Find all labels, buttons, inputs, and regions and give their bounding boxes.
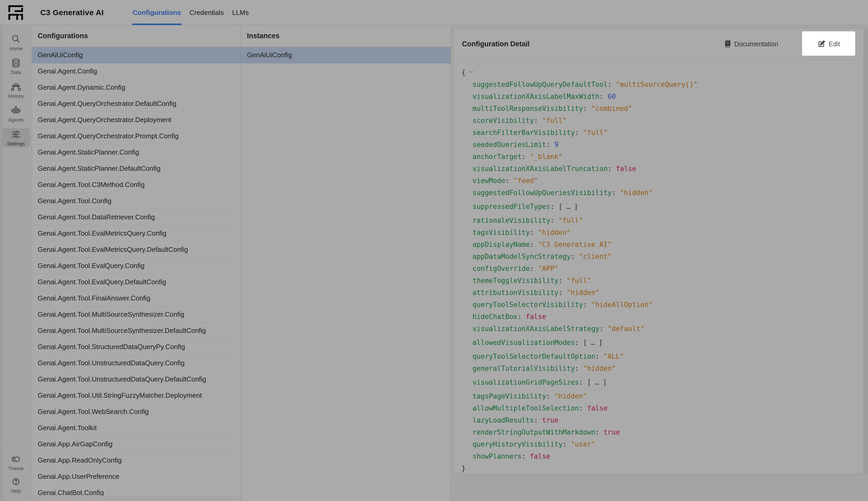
json-key: multiToolResponseVisibility	[473, 105, 583, 113]
sidebar-item-help[interactable]: Help	[2, 476, 30, 495]
json-viewer: { suggestedFollowUpQueryDefaultTool: "mu…	[454, 60, 864, 474]
json-key: lazyLoadResults	[473, 416, 534, 424]
edit-button[interactable]: Edit	[802, 32, 855, 56]
json-key: suggestedFollowUpQueriesVisibility	[473, 189, 612, 196]
configuration-row[interactable]: Genai.Agent.Toolkit	[32, 420, 241, 436]
sidebar-item-settings[interactable]: Settings	[2, 128, 30, 148]
documentation-button[interactable]: Documentation	[724, 40, 778, 48]
json-open-brace-line: {	[462, 66, 855, 78]
json-key: allowedVisualizationModes	[473, 339, 575, 347]
configuration-row[interactable]: Genai.App.AirGapConfig	[32, 436, 241, 452]
configuration-row[interactable]: Genai.Agent.Tool.StructuredDataQueryPy.C…	[32, 339, 241, 355]
json-colon: :	[583, 105, 591, 113]
configuration-row[interactable]: Genai.Agent.Tool.Config	[32, 193, 241, 209]
tab-credentials[interactable]: Credentials	[189, 0, 224, 25]
configuration-row[interactable]: Genai.Agent.Tool.WebSearch.Config	[32, 404, 241, 420]
json-colon: :	[534, 117, 542, 125]
json-colon: :	[562, 440, 571, 448]
tab-configurations[interactable]: Configurations	[132, 0, 182, 25]
json-value: "hidden"	[583, 364, 616, 372]
configuration-row[interactable]: Genai.Agent.StaticPlanner.DefaultConfig	[32, 161, 241, 177]
json-value: false	[530, 452, 550, 460]
json-key: generalTutorialVisibility	[473, 364, 575, 372]
sidebar-item-label: History	[8, 93, 23, 99]
json-value: "full"	[567, 277, 591, 285]
json-key: suggestedFollowUpQueryDefaultTool	[473, 81, 608, 88]
configuration-row[interactable]: Genai.ChatBot.Config	[32, 485, 241, 496]
sidebar-item-agents[interactable]: Agents	[2, 104, 30, 124]
vertical-scrollbar[interactable]	[864, 28, 868, 474]
json-value: "hideAllOption"	[591, 301, 653, 309]
sidebar-item-history[interactable]: History	[2, 81, 30, 100]
configuration-row[interactable]: Genai.Agent.Tool.EvalMetricsQuery.Defaul…	[32, 242, 241, 258]
json-entry-suggestedFollowUpQueryDefaultTool: suggestedFollowUpQueryDefaultTool: "mult…	[462, 78, 855, 90]
database-icon	[11, 58, 21, 68]
configuration-row[interactable]: Genai.Agent.Tool.EvalQuery.Config	[32, 258, 241, 274]
json-value: "feed"	[514, 177, 538, 185]
sidebar-item-data[interactable]: Data	[2, 57, 30, 76]
configuration-row[interactable]: Genai.Agent.Dynamic.Config	[32, 79, 241, 96]
json-key: configOverride	[473, 265, 530, 273]
json-colon: :	[579, 379, 587, 386]
json-key: scoreVisibility	[473, 117, 534, 125]
json-key: anchorTarget	[473, 153, 522, 161]
configuration-row[interactable]: Genai.Agent.Tool.DataRetriever.Config	[32, 209, 241, 225]
configurations-panel-title: Configurations	[32, 25, 241, 47]
configuration-row[interactable]: Genai.Agent.Tool.C3Method.Config	[32, 177, 241, 193]
json-value: false	[526, 313, 546, 321]
json-colon: :	[612, 189, 620, 196]
json-bracket-open: [	[559, 203, 563, 211]
json-entry-allowMultipleToolSelection: allowMultipleToolSelection: false	[462, 402, 855, 414]
configuration-row[interactable]: GenAiUiConfig	[32, 47, 241, 63]
configuration-row[interactable]: Genai.Agent.Tool.MultiSourceSynthesizer.…	[32, 323, 241, 339]
configuration-row[interactable]: Genai.Agent.QueryOrchestrator.Prompt.Con…	[32, 128, 241, 144]
documentation-label: Documentation	[734, 40, 778, 48]
json-entry-allowedVisualizationModes: allowedVisualizationModes: […]	[462, 335, 855, 350]
json-key: appDisplayName	[473, 241, 530, 248]
json-key: visualizationXAxisLabelTruncation	[473, 165, 608, 173]
tab-llms[interactable]: LLMs	[232, 0, 249, 25]
configuration-row[interactable]: Genai.Agent.QueryOrchestrator.DefaultCon…	[32, 96, 241, 112]
configuration-row[interactable]: Genai.Agent.Tool.Util.StringFuzzyMatcher…	[32, 387, 241, 404]
collapse-caret-icon[interactable]	[468, 68, 474, 75]
configuration-row[interactable]: Genai.App.ReadOnlyConfig	[32, 452, 241, 469]
json-key: themeToggleVisibility	[473, 277, 559, 285]
json-key: appDataModelSyncStrategy	[473, 253, 571, 260]
json-close-brace-line: }	[462, 462, 855, 474]
json-value: "hidden"	[567, 289, 599, 297]
configuration-row[interactable]: Genai.App.UserPreference	[32, 469, 241, 485]
json-collapsed-ellipsis[interactable]: …	[566, 203, 570, 211]
json-bracket-close: ]	[603, 379, 607, 386]
json-value: true	[542, 416, 559, 424]
configuration-row[interactable]: Genai.Agent.Tool.MultiSourceSynthesizer.…	[32, 307, 241, 323]
configuration-row[interactable]: Genai.Agent.StaticPlanner.Config	[32, 144, 241, 161]
sidebar-item-theme[interactable]: Theme	[2, 453, 30, 472]
configuration-row[interactable]: Genai.Agent.QueryOrchestrator.Deployment	[32, 112, 241, 128]
json-colon: :	[583, 301, 591, 309]
instance-row[interactable]: GenAiUiConfig	[241, 47, 451, 63]
json-entry-attributionVisibility: attributionVisibility: "hidden"	[462, 287, 855, 299]
configuration-row[interactable]: Genai.Agent.Tool.UnstructuredDataQuery.D…	[32, 371, 241, 387]
configurations-panel: Configurations GenAiUiConfigGenai.Agent.…	[32, 25, 241, 501]
json-collapsed-ellipsis[interactable]: …	[595, 379, 599, 386]
json-value: "ALL"	[604, 352, 624, 360]
configuration-row[interactable]: Genai.Agent.Tool.EvalMetricsQuery.Config	[32, 225, 241, 242]
sidebar-item-home[interactable]: Home	[2, 33, 30, 52]
configuration-row[interactable]: Genai.Agent.Config	[32, 63, 241, 79]
json-entry-queryToolSelectorVisibility: queryToolSelectorVisibility: "hideAllOpt…	[462, 299, 855, 311]
configuration-row[interactable]: Genai.Agent.Tool.EvalQuery.DefaultConfig	[32, 274, 241, 290]
configuration-row[interactable]: Genai.Agent.Tool.FinalAnswer.Config	[32, 290, 241, 307]
json-collapsed-ellipsis[interactable]: …	[591, 339, 595, 347]
json-key: searchFilterBarVisibility	[473, 129, 575, 137]
json-value: 60	[608, 93, 616, 100]
json-colon: :	[505, 177, 513, 185]
json-colon: :	[575, 129, 583, 137]
json-key: queryHistoryVisibility	[473, 440, 562, 448]
json-value: "user"	[571, 440, 595, 448]
json-entry-suppressedFileTypes: suppressedFileTypes: […]	[462, 199, 855, 214]
json-entry-rationaleVisibility: rationaleVisibility: "full"	[462, 214, 855, 226]
json-value: "full"	[559, 216, 583, 224]
horizontal-scrollbar[interactable]	[32, 496, 241, 501]
c3-logo-icon[interactable]	[8, 5, 23, 20]
configuration-row[interactable]: Genai.Agent.Tool.UnstructuredDataQuery.C…	[32, 355, 241, 371]
